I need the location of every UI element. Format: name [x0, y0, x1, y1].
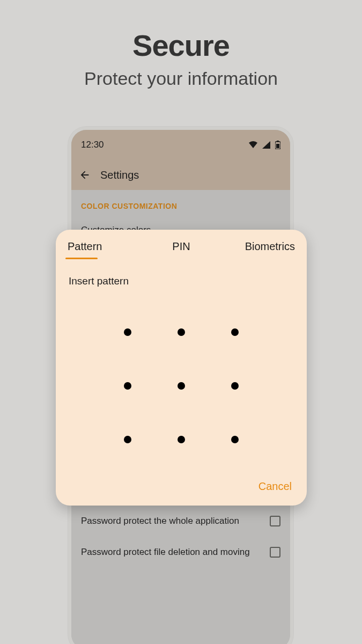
arrow-back-icon [79, 169, 91, 181]
section-color-customization: COLOR CUSTOMIZATION [81, 190, 280, 215]
pattern-dot-5[interactable] [154, 359, 208, 413]
checkbox-protect-deletion[interactable] [270, 547, 280, 558]
settings-lower: Password protect the whole application P… [71, 506, 290, 568]
pattern-dot-2[interactable] [154, 305, 208, 359]
lock-dialog: Pattern PIN Biometrics Insert pattern Ca… [56, 230, 307, 506]
pattern-dot-7[interactable] [101, 413, 154, 466]
tab-pattern[interactable]: Pattern [65, 240, 143, 259]
status-bar: 12:30 [71, 130, 290, 160]
pattern-dot-3[interactable] [208, 305, 262, 359]
dot-icon [231, 436, 239, 443]
promo-subtitle: Protect your information [0, 68, 362, 89]
row-label: Password protect the whole application [81, 516, 239, 526]
back-button[interactable] [79, 169, 91, 181]
dot-icon [178, 436, 185, 443]
app-bar: Settings [71, 160, 290, 190]
pattern-dot-8[interactable] [154, 413, 208, 466]
svg-rect-2 [276, 144, 279, 148]
dot-icon [231, 382, 239, 390]
wifi-icon [249, 141, 257, 149]
row-protect-whole-app[interactable]: Password protect the whole application [81, 506, 280, 537]
dot-icon [124, 382, 131, 390]
status-time: 12:30 [81, 140, 104, 150]
pattern-dot-1[interactable] [101, 305, 154, 359]
row-label: Password protect file deletion and movin… [81, 547, 250, 558]
dialog-instruction: Insert pattern [56, 259, 307, 291]
promo-title: Secure [0, 28, 362, 63]
lock-tabs: Pattern PIN Biometrics [56, 230, 307, 259]
dot-icon [178, 328, 185, 336]
battery-icon [275, 141, 280, 149]
pattern-grid[interactable] [101, 305, 262, 466]
pattern-dot-4[interactable] [101, 359, 154, 413]
dot-icon [231, 328, 239, 336]
pattern-dot-6[interactable] [208, 359, 262, 413]
status-icons [249, 141, 280, 149]
dot-icon [178, 382, 185, 390]
appbar-title: Settings [100, 169, 139, 181]
tab-pin[interactable]: PIN [143, 240, 219, 259]
dot-icon [124, 436, 131, 443]
dialog-actions: Cancel [56, 477, 307, 498]
signal-icon [262, 141, 270, 149]
pattern-dot-9[interactable] [208, 413, 262, 466]
checkbox-protect-whole-app[interactable] [270, 516, 280, 526]
tab-biometrics[interactable]: Biometrics [219, 240, 297, 259]
row-protect-deletion[interactable]: Password protect file deletion and movin… [81, 537, 280, 568]
cancel-button[interactable]: Cancel [258, 480, 292, 493]
dot-icon [124, 328, 131, 336]
